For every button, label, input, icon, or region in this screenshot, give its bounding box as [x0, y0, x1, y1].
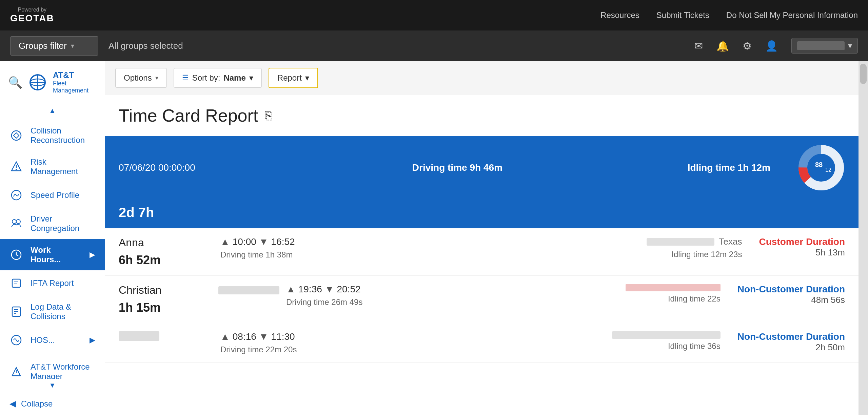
unknown-duration-value: 2h 50m — [737, 342, 845, 353]
sidebar-item-driver-congregation[interactable]: Driver Congregation — [0, 208, 105, 239]
sidebar-brand: AT&T Fleet Management — [53, 70, 97, 94]
down-arrow-icon: ▼ — [259, 236, 269, 247]
unknown-location: Idling time 36s — [585, 331, 721, 351]
sidebar-item-hos[interactable]: HOS... ▶ — [0, 327, 105, 353]
christian-time-end: 20:52 — [337, 284, 361, 295]
sort-arrow-icon: ▾ — [249, 73, 253, 83]
sidebar-item-log-data[interactable]: Log Data & Collisions — [0, 296, 105, 327]
anna-duration-value: 5h 13m — [759, 247, 845, 258]
vertical-scrollbar[interactable] — [859, 61, 868, 415]
christian-idling-sub: Idling time 22s — [585, 294, 721, 304]
driver-name-anna: Anna — [119, 236, 214, 249]
sort-label: Sort by: — [192, 73, 220, 83]
driver-congregation-icon — [9, 217, 23, 230]
up-arrow-icon-3: ▲ — [220, 331, 230, 342]
svg-point-7 — [16, 169, 17, 170]
sidebar-item-collision-reconstruction[interactable]: Collision Reconstruction — [0, 120, 105, 151]
report-title: Time Card Report — [119, 105, 258, 126]
anna-driving-sub: Driving time 1h 38m — [220, 250, 599, 260]
unknown-duration: Non-Customer Duration 2h 50m — [727, 331, 845, 353]
unknown-time-start: 08:16 — [233, 331, 256, 342]
sidebar: 🔍 AT&T Fleet Management ▲ Collis — [0, 61, 105, 415]
report-arrow-icon: ▾ — [305, 73, 309, 83]
svg-point-9 — [12, 220, 16, 224]
down-arrow-icon-3: ▼ — [259, 331, 269, 342]
sidebar-item-label-speed: Speed Profile — [31, 190, 95, 200]
settings-icon-button[interactable]: ⚙ — [743, 40, 752, 52]
sort-button[interactable]: ☰ Sort by: Name ▾ — [174, 68, 262, 88]
sidebar-item-work-hours[interactable]: Work Hours... ▶ — [0, 239, 105, 270]
bookmark-icon[interactable]: ⎘ — [265, 108, 272, 123]
hos-expand-arrow: ▶ — [90, 336, 95, 345]
mail-icon-button[interactable]: ✉ — [694, 40, 703, 52]
donut-chart: 88 12 — [797, 144, 845, 191]
log-data-icon — [9, 305, 23, 318]
header-icons: ✉ 🔔 ⚙ 👤 ▾ — [694, 38, 858, 54]
anna-time-end: 16:52 — [271, 236, 295, 247]
unknown-location-bar — [612, 331, 721, 339]
driver-section-christian: Christian 1h 15m ▲ 19:36 ▼ 20:52 Driving… — [105, 276, 859, 323]
sidebar-item-label-ifta: IFTA Report — [31, 278, 95, 288]
sidebar-item-risk-management[interactable]: Risk Management — [0, 151, 105, 182]
sidebar-item-label-collision: Collision Reconstruction — [31, 126, 95, 145]
anna-details: ▲ 10:00 ▼ 16:52 Driving time 1h 38m — [220, 236, 599, 260]
sidebar-item-ifta[interactable]: IFTA Report — [0, 270, 105, 296]
unknown-details: ▲ 08:16 ▼ 11:30 Driving time 22m 20s — [220, 331, 578, 354]
scroll-up-button[interactable]: ▲ — [0, 104, 105, 117]
report-button[interactable]: Report ▾ — [269, 68, 318, 88]
user-dropdown-arrow: ▾ — [848, 41, 852, 50]
options-arrow-icon: ▾ — [155, 74, 158, 82]
hos-icon — [9, 333, 23, 347]
scroll-down-button[interactable]: ▼ — [0, 379, 105, 392]
sort-value: Name — [223, 73, 245, 83]
options-button[interactable]: Options ▾ — [115, 68, 167, 88]
driver-row-christian: Christian 1h 15m ▲ 19:36 ▼ 20:52 Driving… — [119, 284, 845, 315]
sidebar-item-speed-profile[interactable]: Speed Profile — [0, 182, 105, 208]
groups-filter-button[interactable]: Groups filter ▾ — [10, 36, 98, 56]
do-not-sell-link[interactable]: Do Not Sell My Personal Information — [726, 11, 858, 20]
christian-time-range: ▲ 19:36 ▼ 20:52 — [286, 284, 578, 295]
groups-filter-bar: Groups filter ▾ All groups selected ✉ 🔔 … — [0, 30, 868, 61]
svg-point-10 — [16, 220, 20, 224]
anna-idling-sub: Idling time 12m 23s — [606, 250, 742, 259]
svg-point-4 — [12, 131, 21, 140]
sidebar-item-label-log: Log Data & Collisions — [31, 302, 95, 321]
speed-profile-icon — [9, 188, 23, 202]
resources-link[interactable]: Resources — [600, 11, 639, 20]
anna-duration-type: Customer Duration — [759, 236, 845, 247]
unknown-time-end: 11:30 — [271, 331, 295, 342]
svg-text:12: 12 — [825, 167, 831, 173]
driver-total-anna: 6h 52m — [119, 253, 214, 267]
down-arrow-icon-2: ▼ — [325, 284, 334, 295]
ifta-icon — [9, 276, 23, 290]
work-hours-expand-arrow: ▶ — [90, 250, 95, 259]
christian-location-bar — [626, 284, 721, 291]
unknown-name-area — [119, 331, 214, 343]
unknown-name-blurred — [119, 331, 159, 341]
powered-by-text: Powered by — [18, 7, 47, 13]
user-dropdown-button[interactable]: ▾ — [791, 38, 858, 54]
content-area: Options ▾ ☰ Sort by: Name ▾ Report ▾ Tim… — [105, 61, 859, 415]
up-arrow-icon-2: ▲ — [286, 284, 296, 295]
bell-icon-button[interactable]: 🔔 — [716, 40, 729, 52]
scroll-thumb[interactable] — [860, 64, 867, 84]
collapse-button[interactable]: ◀ Collapse — [0, 392, 105, 415]
summary-section: 07/06/20 00:00:00 Driving time 9h 46m Id… — [105, 136, 859, 228]
submit-tickets-link[interactable]: Submit Tickets — [656, 11, 709, 20]
anna-location: Texas Idling time 12m 23s — [606, 236, 742, 259]
report-label: Report — [277, 73, 302, 83]
search-icon[interactable]: 🔍 — [8, 76, 22, 89]
anna-time-start: 10:00 — [233, 236, 256, 247]
sidebar-item-label-hos: HOS... — [31, 335, 82, 345]
sort-icon: ☰ — [182, 74, 189, 82]
summary-driving: Driving time 9h 46m — [241, 162, 674, 173]
summary-row: 07/06/20 00:00:00 Driving time 9h 46m Id… — [105, 136, 859, 200]
sidebar-item-label-workforce: AT&T Workforce Manager — [31, 362, 95, 379]
content-toolbar: Options ▾ ☰ Sort by: Name ▾ Report ▾ — [105, 61, 859, 95]
summary-date: 07/06/20 00:00:00 — [119, 162, 227, 173]
driver-row-unknown: ▲ 08:16 ▼ 11:30 Driving time 22m 20s Idl… — [119, 331, 845, 354]
sidebar-item-label-risk: Risk Management — [31, 157, 95, 176]
sidebar-item-att-workforce[interactable]: AT&T Workforce Manager — [0, 356, 105, 379]
user-icon-button[interactable]: 👤 — [765, 40, 778, 52]
anna-location-name: Texas — [719, 236, 742, 247]
